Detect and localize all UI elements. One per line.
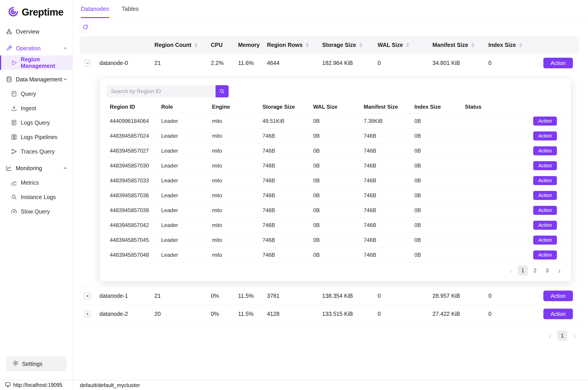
- sidebar-item-logs-query[interactable]: Logs Query: [0, 115, 73, 130]
- tab-tables[interactable]: Tables: [122, 0, 139, 18]
- sidebar-item-slow-query[interactable]: Slow Query: [0, 204, 73, 219]
- chevron-up-icon: [63, 77, 68, 82]
- region-id-cell: 4483945857033: [110, 177, 161, 184]
- collapse-row-button[interactable]: −: [84, 60, 91, 66]
- region-search-input[interactable]: [106, 85, 216, 98]
- storage-size-cell: 49.51KiB: [262, 118, 313, 124]
- action-button[interactable]: Action: [543, 58, 573, 68]
- region-search: [106, 85, 564, 98]
- engine-cell: mito: [212, 222, 262, 228]
- manifest-size-cell: 746B: [364, 133, 414, 139]
- sort-icon[interactable]: [195, 43, 198, 47]
- settings-button[interactable]: Settings: [6, 356, 66, 371]
- datanode-row: + datanode-1 21 0% 11.5% 3781 138.354 Ki…: [80, 287, 580, 305]
- region-row: 4483945857033Leadermito746B0B746B0BActio…: [106, 173, 564, 188]
- sidebar-item-instance-logs[interactable]: Instance Logs: [0, 190, 73, 204]
- wal-size-cell: 0B: [313, 148, 364, 154]
- sidebar-section-operation[interactable]: Operation: [0, 41, 73, 55]
- cell-manifest-size: 28.957 KiB: [433, 292, 488, 299]
- datanodes-pagination: ‹ 1 ›: [80, 331, 580, 341]
- region-action-button[interactable]: Action: [533, 191, 557, 200]
- settings-label: Settings: [22, 361, 42, 367]
- manifest-size-cell: 746B: [364, 237, 414, 243]
- region-management-icon: [11, 59, 17, 66]
- expand-row-button[interactable]: +: [84, 293, 91, 299]
- region-action-button[interactable]: Action: [533, 250, 557, 259]
- cell-memory: 11.5%: [238, 292, 267, 299]
- next-page-icon[interactable]: ›: [570, 331, 580, 341]
- manifest-size-cell: 7.38KiB: [364, 118, 414, 124]
- col-storage-size: Storage Size: [262, 104, 313, 110]
- col-role: Role: [161, 104, 212, 110]
- region-action-button[interactable]: Action: [533, 131, 557, 141]
- region-action-button[interactable]: Action: [533, 161, 557, 170]
- storage-size-cell: 746B: [262, 177, 313, 184]
- region-id-cell: 4483945857045: [110, 237, 161, 243]
- prev-page-icon[interactable]: ‹: [506, 266, 516, 276]
- sidebar-item-ingest[interactable]: Ingest: [0, 101, 73, 115]
- ingest-icon: [11, 105, 17, 111]
- sidebar-item-label: Instance Logs: [21, 194, 56, 200]
- page-3[interactable]: 3: [542, 266, 552, 276]
- manifest-size-cell: 746B: [364, 207, 414, 213]
- datanode-row: − datanode-0 21 2.2% 11.6% 4644 182.964 …: [80, 54, 580, 72]
- sidebar-nav: Overview Operation: [0, 24, 73, 219]
- expand-row-button[interactable]: +: [84, 311, 91, 317]
- manifest-size-cell: 746B: [364, 162, 414, 169]
- manifest-size-cell: 746B: [364, 192, 414, 199]
- cell-region-rows: 4128: [267, 311, 322, 317]
- region-action-button[interactable]: Action: [533, 117, 557, 126]
- sort-icon[interactable]: [306, 43, 309, 47]
- region-action-button[interactable]: Action: [533, 176, 557, 185]
- sidebar-section-data-management[interactable]: Data Management: [0, 72, 73, 87]
- wal-size-cell: 0B: [313, 207, 364, 213]
- index-size-cell: 0B: [414, 237, 465, 243]
- region-id-cell: 4483945857024: [110, 133, 161, 139]
- region-action-button[interactable]: Action: [533, 221, 557, 230]
- greptime-logo-icon: [7, 6, 19, 19]
- cell-region-count: 21: [154, 292, 211, 299]
- page-2[interactable]: 2: [530, 266, 540, 276]
- sort-icon[interactable]: [359, 43, 362, 47]
- sidebar-item-logs-pipelines[interactable]: Logs Pipelines: [0, 130, 73, 144]
- region-action-button[interactable]: Action: [533, 236, 557, 244]
- role-cell: Leader: [161, 207, 212, 213]
- sort-icon[interactable]: [519, 43, 522, 47]
- cell-memory: 11.5%: [238, 311, 267, 317]
- tab-datanodes[interactable]: Datanodes: [81, 0, 109, 18]
- sidebar-item-overview[interactable]: Overview: [0, 24, 73, 39]
- prev-page-icon[interactable]: ‹: [545, 331, 555, 341]
- sidebar-item-traces-query[interactable]: Traces Query: [0, 144, 73, 159]
- sidebar-item-region-management[interactable]: Region Management: [0, 55, 73, 70]
- col-memory: Memory: [238, 42, 267, 48]
- index-size-cell: 0B: [414, 118, 465, 124]
- search-button[interactable]: [216, 85, 229, 98]
- sort-icon[interactable]: [406, 43, 409, 47]
- next-page-icon[interactable]: ›: [554, 266, 564, 276]
- region-action-button[interactable]: Action: [533, 206, 557, 215]
- col-storage-size: Storage Size: [322, 42, 378, 48]
- col-cpu: CPU: [211, 42, 238, 48]
- action-button[interactable]: Action: [543, 309, 573, 319]
- brand-name: Greptime: [22, 6, 63, 18]
- region-row: 4483945857048Leadermito746B0B746B0BActio…: [106, 247, 564, 262]
- index-size-cell: 0B: [414, 192, 465, 199]
- region-pagination: ‹ 123 ›: [106, 266, 564, 276]
- page-1[interactable]: 1: [518, 266, 528, 276]
- manifest-size-cell: 746B: [364, 148, 414, 154]
- host-url: http://localhost:19095: [13, 382, 62, 388]
- engine-cell: mito: [212, 237, 262, 243]
- tab-bar: Datanodes Tables: [73, 0, 588, 18]
- page-1[interactable]: 1: [557, 331, 567, 341]
- action-button[interactable]: Action: [543, 291, 573, 301]
- sidebar-section-monitoring[interactable]: Monitoring: [0, 161, 73, 175]
- col-engine: Engine: [212, 104, 262, 110]
- refresh-button[interactable]: [80, 21, 91, 32]
- sidebar-item-query[interactable]: Query: [0, 87, 73, 101]
- role-cell: Leader: [161, 133, 212, 139]
- sort-icon[interactable]: [471, 43, 474, 47]
- col-index-size: Index Size: [488, 42, 534, 48]
- region-action-button[interactable]: Action: [533, 146, 557, 155]
- engine-cell: mito: [212, 118, 262, 124]
- sidebar-item-metrics[interactable]: Metrics: [0, 175, 73, 190]
